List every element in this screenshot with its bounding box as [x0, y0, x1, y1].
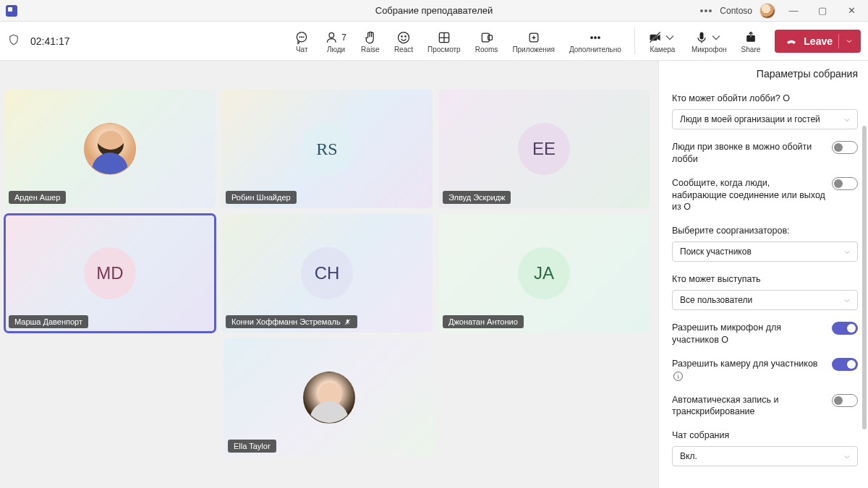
presenters-label: Кто может выступать — [672, 273, 858, 286]
ellipsis-icon — [588, 30, 603, 45]
participant-photo — [84, 123, 136, 175]
auto-record-toggle[interactable] — [832, 394, 858, 407]
rooms-icon — [480, 30, 494, 45]
svg-point-13 — [595, 36, 597, 38]
presenters-select[interactable]: Все пользователи — [672, 290, 858, 310]
view-button[interactable]: Просмотр — [420, 29, 468, 53]
shield-icon[interactable] — [7, 33, 20, 49]
auto-record-label: Автоматическая запись и транскрибировани… — [672, 394, 826, 419]
svg-point-5 — [398, 32, 409, 43]
participant-initials: MD — [84, 247, 136, 299]
apps-button[interactable]: Приложения — [505, 29, 562, 53]
coorganizers-label: Выберите соорганизаторов: — [672, 225, 858, 237]
dialin-bypass-label: Люди при звонке в можно обойти лобби — [672, 141, 826, 166]
participant-name: Конни Хоффманн Эстремаль — [226, 315, 357, 328]
chat-button[interactable]: Чат — [285, 29, 318, 53]
dialin-bypass-toggle[interactable] — [832, 141, 858, 154]
camera-button[interactable]: Камера — [641, 29, 684, 53]
announce-label: Сообщите, когда люди, набирающие соедине… — [672, 177, 826, 214]
meeting-toolbar: 02:41:17 Чат 7 Люди Raise React Просмотр… — [0, 22, 868, 61]
minimize-button[interactable]: — — [783, 5, 804, 16]
participant-photo — [303, 372, 355, 424]
meeting-chat-label: Чат собрания — [672, 429, 858, 442]
more-button[interactable]: Дополнительно — [562, 29, 629, 53]
chevron-down-icon — [843, 248, 850, 255]
chevron-down-icon — [843, 296, 850, 304]
meeting-options-panel: Параметры собрания Кто может обойти лобб… — [658, 61, 868, 488]
coorganizers-select[interactable]: Поиск участников — [672, 241, 858, 262]
chevron-down-icon — [843, 453, 850, 460]
muted-icon — [344, 318, 352, 326]
share-button[interactable]: Share — [734, 29, 768, 53]
mic-button[interactable]: Микрофон — [684, 29, 734, 53]
svg-point-1 — [299, 36, 300, 37]
svg-point-6 — [401, 35, 402, 36]
react-icon — [396, 30, 411, 45]
participant-initials: CH — [301, 247, 353, 299]
hangup-icon — [785, 35, 798, 48]
svg-point-2 — [302, 36, 302, 37]
allow-mic-label: Разрешить микрофон для участников О — [672, 322, 826, 346]
participant-tile[interactable]: JA Джонатан Антонио — [438, 214, 650, 333]
allow-mic-toggle[interactable] — [832, 322, 858, 335]
allow-camera-label: Разрешить камеру для участниковi — [672, 358, 826, 382]
info-icon[interactable]: i — [673, 372, 683, 381]
svg-point-3 — [303, 36, 304, 37]
titlebar: Собрание преподавателей ••• Contoso — ▢ … — [0, 0, 868, 22]
participant-initials: EE — [518, 123, 570, 175]
meeting-chat-select[interactable]: Вкл. — [672, 446, 858, 466]
participant-name: Арден Ашер — [9, 191, 66, 204]
share-icon — [744, 30, 758, 45]
panel-title: Параметры собрания — [672, 68, 858, 80]
app-icon — [6, 5, 17, 17]
participant-tile[interactable]: Арден Ашер — [4, 90, 216, 208]
bypass-lobby-label: Кто может обойти лобби? О — [672, 93, 858, 105]
camera-off-icon — [648, 30, 677, 45]
participant-initials: JA — [518, 247, 570, 299]
leave-chevron-icon[interactable] — [838, 34, 854, 48]
participant-name: Робин Шнайдер — [226, 191, 297, 204]
react-button[interactable]: React — [387, 29, 420, 53]
participant-tile[interactable]: RS Робин Шнайдер — [221, 90, 433, 208]
people-button[interactable]: 7 Люди — [318, 29, 354, 53]
participant-tile[interactable]: CH Конни Хоффманн Эстремаль — [221, 214, 433, 333]
user-avatar[interactable] — [760, 3, 775, 19]
participant-name: Марша Давенпорт — [9, 315, 88, 328]
svg-point-4 — [329, 33, 334, 38]
leave-label: Leave — [804, 35, 833, 47]
close-button[interactable]: ✕ — [841, 5, 862, 16]
mic-icon — [694, 30, 723, 45]
raise-hand-button[interactable]: Raise — [354, 29, 387, 53]
more-icon[interactable]: ••• — [700, 5, 713, 17]
svg-point-12 — [591, 36, 593, 38]
announce-toggle[interactable] — [832, 177, 858, 190]
allow-camera-toggle[interactable] — [832, 358, 858, 371]
call-timer: 02:41:17 — [30, 35, 70, 47]
people-icon: 7 — [326, 30, 346, 45]
svg-rect-10 — [488, 35, 492, 40]
participant-name: Элвуд Эскридж — [443, 191, 511, 204]
rooms-button[interactable]: Rooms — [468, 29, 506, 53]
svg-point-7 — [405, 35, 406, 36]
participant-name: Ella Taylor — [228, 440, 276, 453]
participant-initials: RS — [301, 123, 353, 175]
apps-icon — [527, 30, 541, 45]
participant-name: Джонатан Антонио — [443, 315, 524, 328]
participant-tile[interactable]: EE Элвуд Эскридж — [438, 90, 650, 208]
view-icon — [437, 30, 451, 45]
participant-tile-active[interactable]: MD Марша Давенпорт — [4, 214, 216, 333]
chat-icon — [294, 30, 309, 45]
tenant-name: Contoso — [720, 6, 752, 16]
svg-point-14 — [598, 36, 600, 38]
video-stage: Арден Ашер RS Робин Шнайдер EE Элвуд Эск… — [0, 61, 658, 488]
toolbar-divider — [634, 28, 635, 54]
svg-rect-18 — [700, 32, 704, 39]
window-title: Собрание преподавателей — [223, 5, 645, 16]
scrollbar-thumb[interactable] — [862, 126, 867, 429]
participant-tile[interactable]: Ella Taylor — [224, 338, 435, 457]
chevron-down-icon — [843, 116, 850, 123]
leave-button[interactable]: Leave — [775, 30, 861, 53]
maximize-button[interactable]: ▢ — [812, 5, 833, 16]
hand-icon — [363, 30, 378, 45]
bypass-lobby-select[interactable]: Люди в моей организации и гостей — [672, 109, 858, 129]
